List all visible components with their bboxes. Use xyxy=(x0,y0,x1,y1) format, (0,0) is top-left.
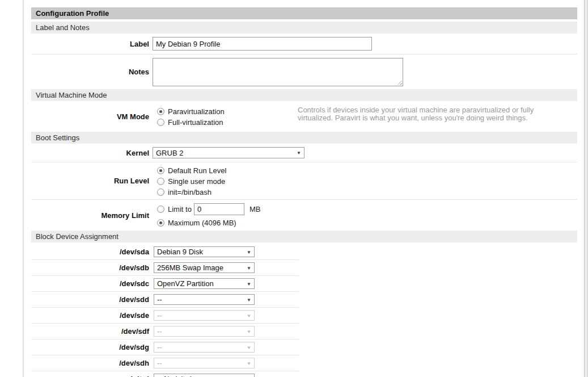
device-select-sdd[interactable]: -- ▼ xyxy=(154,294,255,305)
device-row-sdd: /dev/sdd -- ▼ xyxy=(31,292,577,307)
chevron-down-icon: ▼ xyxy=(247,265,251,270)
mb-unit-label: MB xyxy=(249,205,261,213)
device-row-sdf: /dev/sdf -- ▼ xyxy=(31,324,577,339)
device-label: /dev/sdh xyxy=(31,359,149,367)
chevron-down-icon: ▼ xyxy=(247,361,251,366)
label-input[interactable] xyxy=(153,37,372,51)
kernel-select[interactable]: GRUB 2 ▼ xyxy=(153,147,304,158)
radio-option-label: init=/bin/bash xyxy=(168,188,211,196)
device-label: /dev/sdd xyxy=(31,295,149,304)
vm-mode-help-text: Controls if devices inside your virtual … xyxy=(298,106,560,132)
run-level-row: Run Level Default Run Level Single user … xyxy=(31,162,577,199)
radio-option-paravirtualization[interactable]: Paravirtualization xyxy=(153,106,298,117)
radio-option-maximum[interactable]: Maximum (4096 MB) xyxy=(153,217,577,228)
memory-limit-label: Memory Limit xyxy=(31,200,149,231)
device-select-sdg[interactable]: -- ▼ xyxy=(154,342,255,353)
chevron-down-icon: ▼ xyxy=(247,345,251,350)
label-field-label: Label xyxy=(31,33,149,54)
section-heading-boot-settings: Boot Settings xyxy=(31,132,577,144)
run-level-label: Run Level xyxy=(31,162,149,199)
device-select-sdb[interactable]: 256MB Swap Image ▼ xyxy=(154,262,255,273)
radio-option-single-user-mode[interactable]: Single user mode xyxy=(153,176,577,187)
chevron-down-icon: ▼ xyxy=(247,313,251,318)
radio-button[interactable] xyxy=(157,167,164,174)
section-heading-label-and-notes: Label and Notes xyxy=(31,22,577,33)
radio-option-label: Default Run Level xyxy=(168,166,226,175)
memory-limit-input[interactable] xyxy=(194,203,244,215)
radio-option-label: Single user mode xyxy=(168,177,225,186)
device-label: /dev/sda xyxy=(31,248,149,256)
notes-row: Notes xyxy=(31,55,577,89)
device-select-sdc[interactable]: OpenVZ Partition ▼ xyxy=(154,278,255,289)
configuration-profile-form: Configuration Profile Label and Notes La… xyxy=(31,7,577,377)
memory-limit-row: Memory Limit Limit to MB Maximum (4096 M… xyxy=(31,200,577,231)
device-select-sdh[interactable]: -- ▼ xyxy=(154,358,255,368)
radio-option-label: Paravirtualization xyxy=(168,107,225,116)
radio-option-default-run-level[interactable]: Default Run Level xyxy=(153,165,577,176)
radio-option-full-virtualization[interactable]: Full-virtualization xyxy=(153,117,298,128)
page-title: Configuration Profile xyxy=(31,7,577,19)
chevron-down-icon: ▼ xyxy=(247,281,251,286)
content-left-border xyxy=(23,0,24,377)
device-label: /dev/sdf xyxy=(31,327,149,336)
device-select-sdf[interactable]: -- ▼ xyxy=(154,326,255,337)
radio-button[interactable] xyxy=(157,119,164,126)
device-select-sde[interactable]: -- ▼ xyxy=(154,310,255,321)
block-device-list: /dev/sda Debian 9 Disk ▼ /dev/sdb 256MB … xyxy=(31,242,577,377)
device-row-sdc: /dev/sdc OpenVZ Partition ▼ xyxy=(31,276,577,291)
radio-button[interactable] xyxy=(157,178,164,185)
kernel-row: Kernel GRUB 2 ▼ xyxy=(31,144,577,162)
device-select-sda[interactable]: Debian 9 Disk ▼ xyxy=(154,246,255,257)
chevron-down-icon: ▼ xyxy=(297,150,301,156)
section-heading-virtual-machine-mode: Virtual Machine Mode xyxy=(31,89,577,101)
device-row-sda: /dev/sda Debian 9 Disk ▼ xyxy=(31,244,577,259)
device-row-sdb: /dev/sdb 256MB Swap Image ▼ xyxy=(31,260,577,275)
device-row-sde: /dev/sde -- ▼ xyxy=(31,308,577,323)
radio-option-limit-to[interactable]: Limit to MB xyxy=(153,202,577,216)
radio-option-label: Full-virtualization xyxy=(168,118,223,127)
radio-option-label: Limit to xyxy=(168,205,192,213)
chevron-down-icon: ▼ xyxy=(247,249,251,254)
device-row-initrd: initrd -- No initrd -- ▼ xyxy=(31,371,577,377)
notes-textarea[interactable] xyxy=(153,58,403,86)
radio-button[interactable] xyxy=(157,219,164,227)
device-label: /dev/sde xyxy=(31,311,149,320)
kernel-label: Kernel xyxy=(31,144,149,162)
device-label: /dev/sdg xyxy=(31,343,149,351)
vertical-scrollbar[interactable] xyxy=(584,0,588,377)
radio-button[interactable] xyxy=(157,108,164,115)
label-row: Label xyxy=(31,33,577,54)
device-label: /dev/sdc xyxy=(31,279,149,288)
vm-mode-row: VM Mode Paravirtualization Full-virtuali… xyxy=(31,101,577,132)
radio-button[interactable] xyxy=(157,206,164,213)
chevron-down-icon: ▼ xyxy=(247,329,251,334)
notes-field-label: Notes xyxy=(31,55,149,89)
radio-option-init-bin-bash[interactable]: init=/bin/bash xyxy=(153,187,577,198)
radio-option-label: Maximum (4096 MB) xyxy=(168,219,236,227)
device-select-initrd[interactable]: -- No initrd -- ▼ xyxy=(154,374,255,377)
vm-mode-label: VM Mode xyxy=(31,101,149,132)
device-label: /dev/sdb xyxy=(31,263,149,272)
radio-button[interactable] xyxy=(157,188,164,196)
device-label: initrd xyxy=(31,375,149,377)
chevron-down-icon: ▼ xyxy=(247,297,251,302)
device-row-sdh: /dev/sdh -- ▼ xyxy=(31,355,577,371)
device-row-sdg: /dev/sdg -- ▼ xyxy=(31,340,577,355)
section-heading-block-device-assignment: Block Device Assignment xyxy=(31,231,577,242)
